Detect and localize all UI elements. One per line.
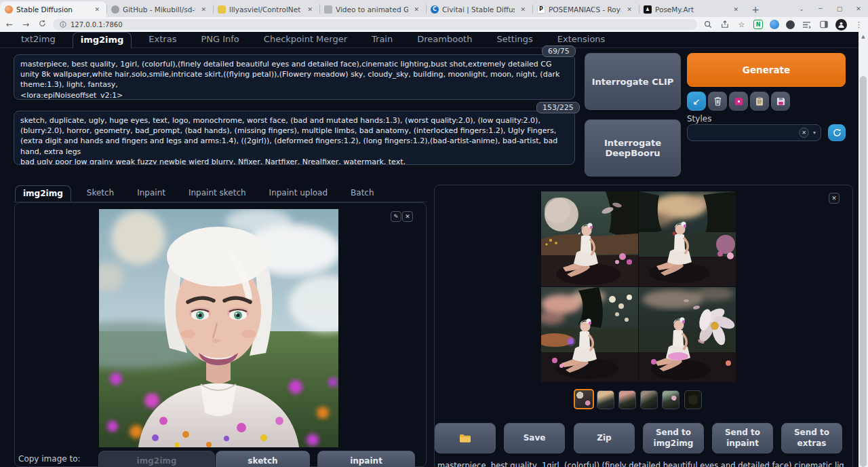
subtab-sketch[interactable]: Sketch [79, 185, 121, 201]
styles-clear-icon[interactable]: ✕ [799, 128, 809, 138]
generate-button[interactable]: Generate [687, 53, 846, 87]
prompt-input[interactable]: masterpiece, best quality, 1girl, (color… [14, 54, 575, 100]
window-minimize-button[interactable]: ─ [811, 5, 830, 12]
zip-button[interactable]: Zip [574, 423, 635, 453]
tab-close-icon[interactable]: ✕ [625, 5, 634, 14]
browser-tab-stable-diffusion[interactable]: Stable Diffusion ✕ [0, 1, 106, 17]
browser-tab-controlnet[interactable]: lllyasviel/ControlNet at main ✕ [213, 1, 319, 17]
main-tab-bar: txt2img img2img Extras PNG Info Checkpoi… [0, 32, 859, 48]
subtab-batch[interactable]: Batch [343, 185, 382, 201]
dark-extension-icon[interactable] [786, 20, 795, 29]
save-button[interactable]: Save [504, 423, 565, 453]
tab-train[interactable]: Train [364, 32, 400, 48]
tab-png-info[interactable]: PNG Info [193, 32, 246, 48]
save-style-button[interactable] [771, 92, 790, 111]
tab-close-icon[interactable]: ✕ [92, 5, 102, 14]
gallery-thumbnail[interactable] [618, 390, 636, 409]
tab-title: lllyasviel/ControlNet at main [229, 5, 302, 14]
page-scrollbar[interactable]: ▲ [859, 32, 868, 467]
gallery-thumbnail[interactable] [597, 390, 614, 409]
reading-list-icon[interactable] [802, 20, 812, 30]
negative-prompt-input[interactable]: sketch, duplicate, ugly, huge eyes, text… [14, 111, 575, 165]
send-to-inpaint-button[interactable]: Send to inpaint [712, 423, 773, 453]
clear-prompt-button[interactable] [708, 92, 727, 111]
gallery-thumbnail[interactable] [640, 390, 658, 409]
window-close-button[interactable]: ✕ [849, 5, 868, 12]
toolbar-actions: ☆ N ⋮ [703, 19, 864, 31]
gallery-image-grid [541, 191, 736, 382]
side-panel-icon[interactable] [818, 20, 829, 30]
browser-tab-posemyart[interactable]: ♟ PoseMy.Art ✕ [639, 1, 745, 17]
back-button[interactable]: ← [4, 20, 15, 29]
subtab-inpaint-sketch[interactable]: Inpaint sketch [181, 185, 254, 201]
gallery-thumbnail[interactable] [684, 390, 702, 409]
zoom-icon[interactable] [703, 20, 713, 30]
gallery-thumbnail-selected[interactable] [574, 389, 594, 409]
site-info-icon[interactable] [60, 21, 66, 28]
floppy-save-icon [776, 97, 785, 106]
open-folder-button[interactable] [435, 423, 496, 453]
browser-tab-bar: Stable Diffusion ✕ GitHub - Mikubill/sd-… [0, 0, 868, 17]
tab-settings[interactable]: Settings [489, 32, 540, 48]
window-chevron-icon[interactable]: ⌄ [792, 5, 811, 12]
share-icon[interactable] [719, 20, 730, 30]
send-to-img2img-button[interactable]: Send to img2img [643, 423, 704, 453]
reload-button[interactable] [37, 20, 47, 29]
blue-extension-icon[interactable] [770, 20, 779, 29]
gallery-image-3[interactable] [541, 287, 638, 382]
copy-to-sketch-button[interactable]: sketch [216, 451, 310, 467]
browser-tab-video-gif[interactable]: Video to animated GIF converter ✕ [319, 1, 426, 17]
browser-menu-icon[interactable]: ⋮ [854, 20, 864, 30]
new-tab-button[interactable]: + [748, 2, 763, 17]
notion-extension-icon[interactable]: N [753, 20, 763, 29]
copy-to-img2img-button[interactable]: img2img [98, 451, 215, 467]
tab-close-icon[interactable]: ✕ [518, 5, 528, 14]
video-gif-favicon [324, 5, 332, 14]
tab-close-icon[interactable]: ✕ [412, 5, 421, 14]
scrollbar-up-arrow[interactable]: ▲ [859, 32, 868, 41]
close-gallery-button[interactable]: ✕ [829, 193, 840, 204]
tab-close-icon[interactable]: ✕ [305, 5, 315, 14]
tab-dreambooth[interactable]: Dreambooth [410, 32, 479, 48]
img2img-image-editor[interactable]: ✎ ✕ [14, 202, 427, 467]
browser-tab-posemaniacs[interactable]: P POSEMANIACS - Royalty free 3 ✕ [532, 1, 639, 17]
window-maximize-button[interactable]: ▢ [830, 5, 849, 12]
paste-generation-params-button[interactable]: ↙ [687, 92, 706, 111]
scrollbar-thumb[interactable] [860, 76, 867, 467]
profile-avatar[interactable] [835, 19, 847, 31]
url-bar[interactable]: 127.0.0.1:7860 [53, 19, 697, 30]
show-extra-networks-button[interactable] [729, 92, 748, 111]
subtab-inpaint-upload[interactable]: Inpaint upload [262, 185, 335, 201]
tab-checkpoint-merger[interactable]: Checkpoint Merger [256, 32, 355, 48]
subtab-inpaint[interactable]: Inpaint [130, 185, 173, 201]
styles-dropdown[interactable]: ✕ ▾ [687, 124, 821, 141]
tab-close-icon[interactable]: ✕ [731, 5, 741, 14]
tab-extras[interactable]: Extras [141, 32, 184, 48]
copy-to-inpaint-button[interactable]: inpaint [317, 451, 415, 467]
gallery-image-1[interactable] [541, 191, 638, 286]
interrogate-deepbooru-button[interactable]: Interrogate DeepBooru [585, 119, 681, 176]
generation-info-text: masterpiece, best quality, 1girl, (color… [437, 461, 844, 467]
stable-diffusion-webui: txt2img img2img Extras PNG Info Checkpoi… [0, 32, 859, 467]
controlnet-favicon [218, 5, 226, 14]
gallery-image-2[interactable] [639, 191, 736, 286]
gallery-image-4[interactable] [639, 287, 736, 382]
tab-close-icon[interactable]: ✕ [199, 5, 208, 14]
bookmark-star-icon[interactable]: ☆ [736, 20, 747, 30]
interrogate-clip-button[interactable]: Interrogate CLIP [585, 53, 681, 110]
browser-tab-github[interactable]: GitHub - Mikubill/sd-webui-con ✕ [106, 1, 213, 17]
forward-button[interactable]: → [20, 20, 31, 29]
edit-image-button[interactable]: ✎ [391, 211, 401, 222]
results-gallery-panel: ✕ [434, 185, 853, 467]
subtab-img2img[interactable]: img2img [15, 185, 71, 202]
tab-txt2img[interactable]: txt2img [14, 32, 63, 48]
apply-styles-button[interactable] [750, 92, 769, 111]
source-image-portrait[interactable] [99, 209, 338, 447]
browser-tab-civitai[interactable]: C Civitai | Stable Diffusion model ✕ [426, 1, 532, 17]
gallery-thumbnail[interactable] [662, 390, 679, 409]
refresh-styles-button[interactable] [828, 124, 846, 141]
tab-img2img[interactable]: img2img [73, 32, 132, 48]
tab-title: PoseMy.Art [655, 5, 728, 14]
remove-image-button[interactable]: ✕ [402, 211, 413, 222]
send-to-extras-button[interactable]: Send to extras [781, 423, 842, 453]
